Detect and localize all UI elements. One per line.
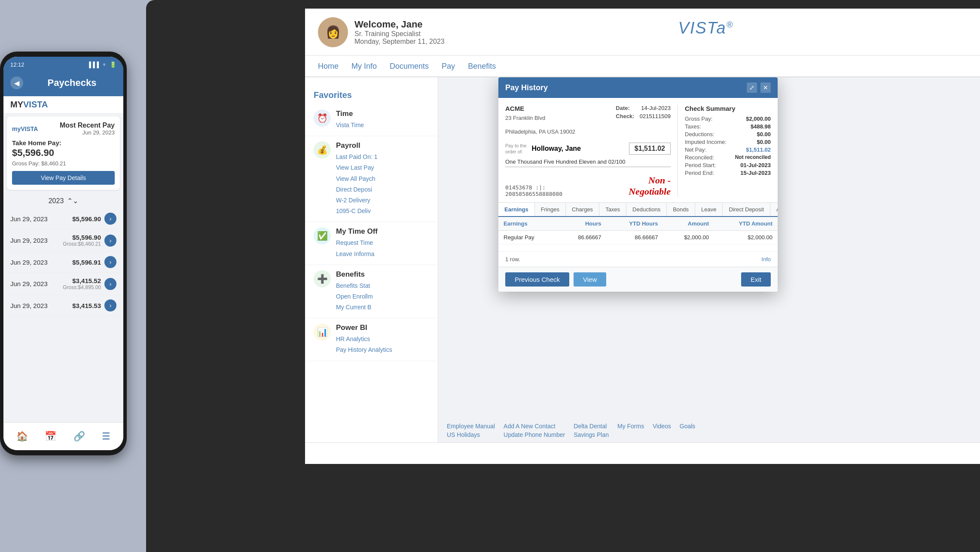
phone-pay-arrow-4[interactable]: › (104, 278, 116, 290)
view-last-pay-link[interactable]: View Last Pay (336, 162, 378, 173)
check-summary-title: Check Summary (685, 105, 771, 112)
table-body: Regular Pay 86.66667 86.66667 $2,000.00 … (498, 230, 778, 244)
tab-taxes[interactable]: Taxes (599, 203, 626, 216)
add-contact-link[interactable]: Add A New Contact (504, 423, 565, 430)
sidebar-item-payroll[interactable]: 💰 Payroll Last Paid On: 1 View Last Pay … (305, 136, 438, 222)
sidebar-benefits-links: Benefits Stat Open Enrollm My Current B (336, 281, 373, 313)
phone-card-logo: myVISTA (12, 125, 38, 132)
table-header: Earnings Hours YTD Hours Amount YTD Amou… (498, 217, 778, 231)
update-phone-link[interactable]: Update Phone Number (504, 431, 565, 438)
view-button[interactable]: View (574, 272, 606, 287)
phone-pay-date-5: Jun 29, 2023 (10, 302, 48, 309)
phone-pay-arrow-5[interactable]: › (104, 299, 116, 311)
sidebar-time-title: Time (336, 110, 364, 118)
pay-history-analytics-link[interactable]: Pay History Analytics (336, 345, 392, 355)
previous-check-button[interactable]: Previous Check (505, 272, 569, 287)
phone-pay-item[interactable]: Jun 29, 2023 $5,596.90 Gross:$8,460.21 › (7, 229, 120, 252)
sidebar-item-powerbi[interactable]: 📊 Power BI HR Analytics Pay History Anal… (305, 318, 438, 361)
modal-restore-button[interactable]: ⤢ (747, 82, 757, 93)
my-forms-link[interactable]: My Forms (617, 423, 644, 430)
nav-home[interactable]: Home (318, 60, 339, 73)
info-link[interactable]: Info (761, 256, 771, 262)
phone-logo-my: MY (10, 100, 23, 109)
leave-info-link[interactable]: Leave Informa (336, 249, 378, 259)
cell-ytd-amount: $2,000.00 (714, 230, 778, 244)
delta-dental-link[interactable]: Delta Dental (574, 423, 609, 430)
gross-pay-value: $2,000.00 (746, 116, 771, 122)
tab-charges[interactable]: Charges (566, 203, 599, 216)
tab-direct-deposit[interactable]: Direct Deposit (723, 203, 770, 216)
phone-pay-item[interactable]: Jun 29, 2023 $5,596.90 › (7, 208, 120, 229)
employee-manual-link[interactable]: Employee Manual (447, 423, 495, 430)
main-area: Employee Manual US Holidays Add A New Co… (438, 77, 980, 464)
modal-left-actions: Previous Check View (505, 272, 606, 287)
last-paid-link[interactable]: Last Paid On: 1 (336, 152, 378, 162)
phone-pay-item[interactable]: Jun 29, 2023 $3,415.52 Gross:$4,895.00 › (7, 273, 120, 295)
tab-adjustments[interactable]: Adjustments (770, 203, 778, 216)
phone-org-icon: 🔗 (73, 431, 85, 442)
sidebar-item-time[interactable]: ⏰ Time Vista Time (305, 104, 438, 136)
quick-links-forms: My Forms (617, 423, 644, 438)
tab-deductions[interactable]: Deductions (626, 203, 667, 216)
phone-pay-amount-5: $3,415.53 (72, 302, 101, 309)
phone-back-button[interactable]: ◀ (10, 76, 23, 89)
phone-pay-arrow-1[interactable]: › (104, 213, 116, 225)
phone-nav-menu[interactable]: ☰ (102, 431, 110, 442)
company-address-line1: 23 Franklin Blvd (505, 114, 575, 122)
pay-to-name: Holloway, Jane (532, 145, 624, 152)
taxes-value: $488.98 (751, 123, 771, 130)
phone-year-selector[interactable]: 2023 ⌃⌄ (3, 193, 123, 208)
phone-pay-right-2: $5,596.90 Gross:$8,460.21 › (63, 234, 116, 247)
tab-bonds[interactable]: Bonds (667, 203, 695, 216)
phone-pay-item[interactable]: Jun 29, 2023 $3,415.53 › (7, 295, 120, 316)
imputed-label: Imputed Income: (685, 139, 727, 145)
phone-screen: 12:12 ▌▌▌ ᯤ 🔋 ◀ Paychecks MYVISTA myVIST… (3, 57, 123, 450)
check-summary: Check Summary Gross Pay: $2,000.00 Taxes… (685, 105, 771, 197)
open-enrollment-link[interactable]: Open Enrollm (336, 291, 373, 302)
us-holidays-link[interactable]: US Holidays (447, 431, 495, 438)
col-hours: Hours (558, 217, 606, 231)
check-value: 0215111509 (640, 113, 671, 119)
direct-deposit-link[interactable]: Direct Deposi (336, 184, 378, 195)
phone-view-pay-details-button[interactable]: View Pay Details (12, 171, 115, 185)
phone-nav-calendar[interactable]: 📅 (45, 431, 56, 442)
phone-pay-arrow-2[interactable]: › (104, 235, 116, 247)
goals-link[interactable]: Goals (680, 423, 696, 430)
phone-take-home-label: Take Home Pay: (12, 139, 115, 146)
current-benefits-link[interactable]: My Current B (336, 302, 373, 313)
phone-pay-item[interactable]: Jun 29, 2023 $5,596.91 › (7, 252, 120, 273)
sidebar-item-benefits[interactable]: ➕ Benefits Benefits Stat Open Enrollm My… (305, 265, 438, 319)
phone-nav-org[interactable]: 🔗 (73, 431, 85, 442)
savings-plan-link[interactable]: Savings Plan (574, 431, 609, 438)
vista-time-link[interactable]: Vista Time (336, 120, 364, 131)
tab-fringes[interactable]: Fringes (535, 203, 566, 216)
tab-earnings[interactable]: Earnings (498, 203, 535, 217)
view-all-paychecks-link[interactable]: View All Paych (336, 174, 378, 184)
modal-controls: ⤢ ✕ (747, 82, 771, 93)
phone-pay-arrow-3[interactable]: › (104, 256, 116, 268)
phone-pay-right-5: $3,415.53 › (72, 299, 116, 311)
nav-benefits[interactable]: Benefits (468, 60, 496, 73)
tab-leave[interactable]: Leave (695, 203, 723, 216)
user-info: Welcome, Jane Sr. Training Specialist Mo… (354, 19, 678, 46)
col-ytd-amount: YTD Amount (714, 217, 778, 231)
user-title: Sr. Training Specialist (354, 30, 678, 38)
request-time-link[interactable]: Request Time (336, 238, 378, 248)
date-value: 14-Jul-2023 (641, 105, 671, 111)
nav-pay[interactable]: Pay (442, 60, 455, 73)
sidebar-timeoff-links: Request Time Leave Informa (336, 238, 378, 259)
hr-analytics-link[interactable]: HR Analytics (336, 334, 392, 345)
period-start-value: 01-Jul-2023 (740, 162, 771, 168)
sidebar-item-timeoff[interactable]: ✅ My Time Off Request Time Leave Informa (305, 222, 438, 265)
nav-myinfo[interactable]: My Info (351, 60, 377, 73)
benefits-statement-link[interactable]: Benefits Stat (336, 281, 373, 291)
exit-button[interactable]: Exit (741, 272, 771, 287)
date-label: Date: (616, 105, 630, 111)
videos-link[interactable]: Videos (653, 423, 671, 430)
phone-nav-home[interactable]: 🏠 (16, 431, 28, 442)
phone-pay-right-4: $3,415.52 Gross:$4,895.00 › (63, 277, 116, 290)
modal-close-button[interactable]: ✕ (760, 82, 771, 93)
nav-documents[interactable]: Documents (390, 60, 429, 73)
1095c-link[interactable]: 1095-C Deliv (336, 206, 378, 217)
w2-link[interactable]: W-2 Delivery (336, 195, 378, 206)
